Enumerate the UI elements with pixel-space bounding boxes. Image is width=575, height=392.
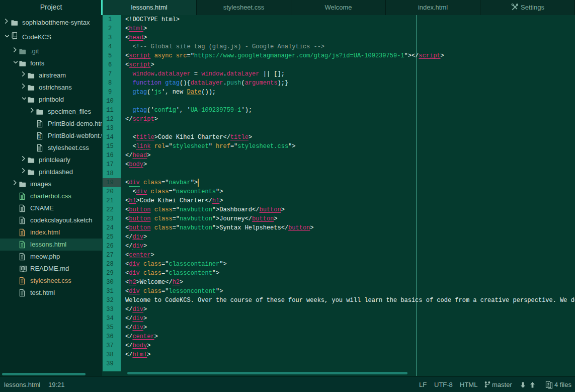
svg-text:10: 10 [38,136,41,139]
